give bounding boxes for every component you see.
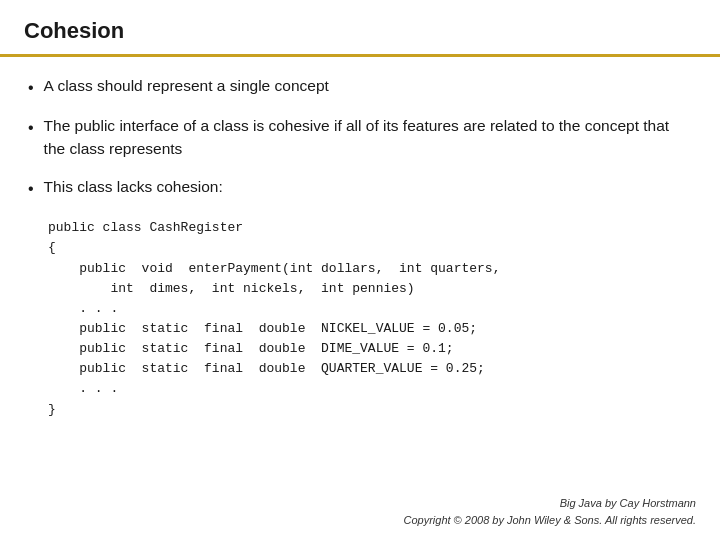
bullet-text-2: The public interface of a class is cohes… [44,115,692,160]
bullet-item-1: • A class should represent a single conc… [28,75,692,99]
code-line-7: public static final double DIME_VALUE = … [48,339,692,359]
code-line-4: int dimes, int nickels, int pennies) [48,279,692,299]
slide-header: Cohesion [0,0,720,57]
bullet-dot-3: • [28,177,34,200]
slide-content: • A class should represent a single conc… [0,57,720,487]
code-line-10: } [48,400,692,420]
code-line-2: { [48,238,692,258]
code-line-5: . . . [48,299,692,319]
code-block: public class CashRegister { public void … [48,218,692,419]
slide-footer: Big Java by Cay Horstmann Copyright © 20… [0,487,720,540]
bullet-dot-2: • [28,116,34,139]
bullet-dot-1: • [28,76,34,99]
slide-container: Cohesion • A class should represent a si… [0,0,720,540]
bullet-text-1: A class should represent a single concep… [44,75,692,97]
code-line-8: public static final double QUARTER_VALUE… [48,359,692,379]
code-line-1: public class CashRegister [48,218,692,238]
bullet-item-3: • This class lacks cohesion: [28,176,692,200]
bullet-item-2: • The public interface of a class is coh… [28,115,692,160]
code-line-3: public void enterPayment(int dollars, in… [48,259,692,279]
code-line-6: public static final double NICKEL_VALUE … [48,319,692,339]
slide-title: Cohesion [24,18,124,43]
bullet-text-3: This class lacks cohesion: [44,176,692,198]
footer-line1: Big Java by Cay Horstmann [24,495,696,512]
footer-line2: Copyright © 2008 by John Wiley & Sons. A… [24,512,696,529]
code-line-9: . . . [48,379,692,399]
